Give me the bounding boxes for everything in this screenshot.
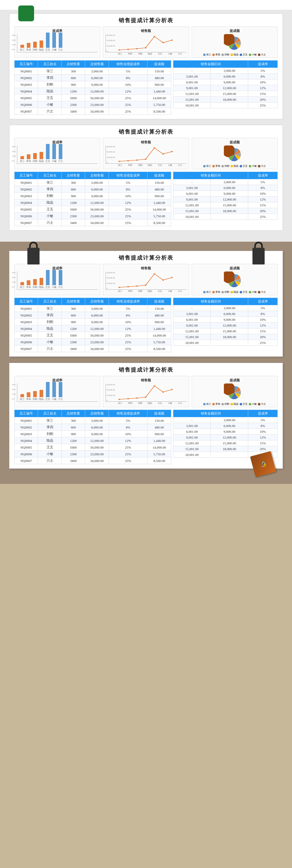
tables-wrapper-3: 员工编号 员工姓名 总销售量 总销售额 销售业绩提成率 提成额 NQ0001张三…	[14, 298, 278, 352]
table-cell-bonus: 8,500.00	[148, 219, 171, 226]
top-banner	[0, 0, 292, 10]
table-cell-right-0: -	[173, 179, 211, 185]
table-cell-right-2: 15%	[248, 91, 278, 97]
table-right-2: 销售金额区间 提成率 -3,000.005%3,001.006,000.008%…	[173, 172, 278, 226]
table-cell-rate: 8%	[108, 312, 148, 319]
table-cell-id: NQ0004	[14, 326, 38, 332]
table-left-1: 员工编号 员工姓名 总销售量 总销售额 销售业绩提成率 提成额 NQ0001张三…	[14, 60, 171, 115]
table-cell-qty: 600	[61, 424, 85, 431]
bar-chart-box-2: 提成率 30%20%10%0% 张三 李四 刘刚 陆晶 王五 小敏 六士	[14, 138, 100, 169]
table-cell-id: NQ0001	[14, 179, 38, 186]
svg-point-13	[171, 151, 173, 152]
th-qty-2: 总销售量	[61, 172, 85, 179]
table-row: NQ0007六士340034,000.0025%8,500.00	[14, 108, 171, 115]
table-cell-right-0: 9,001.00	[173, 196, 211, 203]
table-cell-right-2: 5%	[248, 305, 278, 311]
table-cell-sales: 9,000.00	[85, 193, 108, 199]
th-id-4: 员工编号	[14, 410, 38, 417]
line-chart-label-1: 销售额	[105, 29, 186, 33]
table-left-2: 员工编号 员工姓名 总销售量 总销售额 销售业绩提成率 提成额 NQ0001张三…	[14, 172, 171, 226]
table-cell-bonus: 8,500.00	[148, 345, 171, 352]
table-cell-sales: 56,000.00	[85, 206, 108, 213]
table-row-right: 15,001.0018,000.0020%	[173, 334, 278, 340]
th-qty: 总销售量	[61, 61, 85, 68]
table-cell-qty: 5600	[61, 95, 85, 101]
th-name: 员工姓名	[38, 61, 61, 68]
table-cell-right-2: 20%	[248, 334, 278, 340]
th-range-2: 销售金额区间	[173, 172, 248, 179]
table-cell-name: 李四	[38, 186, 61, 193]
table-cell-sales: 34,000.00	[85, 108, 108, 115]
table-cell-id: NQ0006	[14, 101, 38, 108]
table-row-right: -3,000.005%	[173, 179, 278, 185]
th-name-4: 员工姓名	[38, 410, 61, 417]
table-cell-right-0: -	[173, 305, 211, 311]
table-cell-id: NQ0003	[14, 431, 38, 437]
table-cell-right-2: 10%	[248, 80, 278, 85]
th-id: 员工编号	[14, 61, 38, 68]
table-row: NQ0002李四6006,000.008%480.00	[14, 74, 171, 81]
table-row-right: 9,001.0012,000.0012%	[173, 435, 278, 440]
table-cell-sales: 12,000.00	[85, 326, 108, 332]
table-cell-bonus: 480.00	[148, 74, 171, 81]
table-cell-qty: 1200	[61, 199, 85, 206]
pie-chart-box-4: 提成额 张三 李四 刘刚 陆晶	[192, 376, 278, 407]
table-cell-right-1: 12,000.00	[211, 435, 248, 440]
table-cell-qty: 3400	[61, 458, 85, 464]
line-chart-label-3: 销售额	[105, 266, 186, 271]
table-cell-right-0: 12,001.00	[173, 440, 211, 446]
table-row: NQ0006小敏230023,000.0025%5,750.00	[14, 339, 171, 345]
table-row: NQ0002李四6006,000.008%480.00	[14, 312, 171, 319]
table-cell-name: 王五	[38, 206, 61, 213]
table-left-4: 员工编号 员工姓名 总销售量 总销售额 销售业绩提成率 提成额 NQ0001张三…	[14, 410, 171, 464]
sheet-area-top: 销售提成计算分析表 提成率 30%20%10%0% 张三 李四	[0, 10, 292, 242]
svg-point-2	[136, 48, 138, 49]
table-cell-name: 小敏	[38, 101, 61, 108]
table-cell-rate: 25%	[108, 213, 148, 219]
svg-point-26	[162, 392, 164, 393]
svg-point-6	[171, 39, 173, 41]
table-row-right: 3,001.006,000.008%	[173, 423, 278, 429]
table-cell-name: 六士	[38, 219, 61, 226]
table-cell-bonus: 1,440.00	[148, 437, 171, 444]
tables-wrapper-2: 员工编号 员工姓名 总销售量 总销售额 销售业绩提成率 提成额 NQ0001张三…	[14, 172, 278, 226]
th-bonus-2: 提成额	[148, 172, 171, 179]
table-cell-right-2: 20%	[248, 208, 278, 214]
table-cell-name: 六士	[38, 345, 61, 352]
table-cell-sales: 3,000.00	[85, 179, 108, 186]
table-cell-id: NQ0003	[14, 81, 38, 88]
th-id-2: 员工编号	[14, 172, 38, 179]
table-cell-id: NQ0006	[14, 213, 38, 219]
table-cell-right-0: 9,001.00	[173, 435, 211, 440]
svg-point-8	[127, 160, 129, 161]
table-cell-sales: 56,000.00	[85, 444, 108, 451]
table-cell-id: NQ0007	[14, 458, 38, 464]
table-cell-rate: 25%	[108, 458, 148, 464]
table-row-right: 6,001.009,000.0010%	[173, 317, 278, 322]
table-cell-qty: 2300	[61, 451, 85, 458]
data-table-right-2: 销售金额区间 提成率 -3,000.005%3,001.006,000.008%…	[173, 172, 278, 220]
table-cell-right-1: 9,000.00	[211, 429, 248, 435]
table-cell-rate: 10%	[108, 193, 148, 199]
table-cell-id: NQ0002	[14, 312, 38, 319]
table-row: NQ0006小敏230023,000.0025%5,750.00	[14, 451, 171, 458]
table-cell-bonus: 480.00	[148, 312, 171, 319]
th-bonus-3: 提成额	[148, 298, 171, 305]
table-cell-rate: 25%	[108, 101, 148, 108]
table-cell-right-0: 15,001.00	[173, 97, 211, 102]
table-cell-right-1	[211, 452, 248, 458]
table-cell-right-0: 12,001.00	[173, 203, 211, 208]
table-right-3: 销售金额区间 提成率 -3,000.005%3,001.006,000.008%…	[173, 298, 278, 352]
svg-point-12	[162, 153, 164, 155]
table-cell-id: NQ0004	[14, 437, 38, 444]
table-cell-qty: 600	[61, 74, 85, 81]
table-cell-sales: 56,000.00	[85, 95, 108, 101]
data-table-left-2: 员工编号 员工姓名 总销售量 总销售额 销售业绩提成率 提成额 NQ0001张三…	[14, 172, 171, 226]
table-row: NQ0005王五560056,000.0025%14,000.00	[14, 206, 171, 213]
th-rate-r-3: 提成率	[248, 298, 278, 305]
table-row: NQ0006小敏230023,000.0025%5,750.00	[14, 101, 171, 108]
th-rate-3: 销售业绩提成率	[108, 298, 148, 305]
svg-point-22	[127, 398, 129, 399]
table-cell-right-2: 8%	[248, 74, 278, 80]
pie-legend-4: 张三 李四 刘刚 陆晶 王五 小敏 六士	[203, 402, 266, 406]
